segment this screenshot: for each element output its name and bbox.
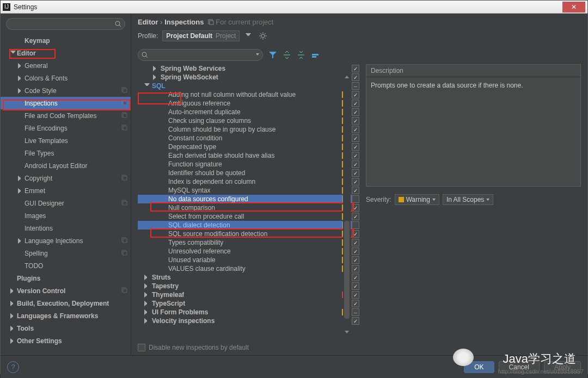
- inspection-checkbox[interactable]: [352, 308, 359, 316]
- sidebar-item-android-layout-editor[interactable]: Android Layout Editor: [1, 159, 131, 172]
- sidebar-item-plugins[interactable]: Plugins: [1, 272, 131, 284]
- inspection-item[interactable]: Types compatibility: [138, 238, 352, 247]
- inspection-checkbox[interactable]: [352, 169, 359, 177]
- expand-all-icon[interactable]: [283, 51, 291, 59]
- inspection-checkbox[interactable]: [352, 221, 359, 229]
- sidebar-item-colors-fonts[interactable]: Colors & Fonts: [1, 72, 131, 84]
- inspection-item[interactable]: VALUES clause cardinality: [138, 264, 352, 273]
- disable-new-inspections-checkbox[interactable]: [138, 344, 145, 351]
- sidebar-item-version-control[interactable]: Version Control: [1, 284, 131, 297]
- inspection-checkbox[interactable]: [352, 230, 359, 238]
- inspection-item[interactable]: Index is dependent on column: [138, 177, 352, 186]
- sidebar-item-live-templates[interactable]: Live Templates: [1, 134, 131, 147]
- sidebar-item-file-types[interactable]: File Types: [1, 147, 131, 159]
- inspection-checkbox[interactable]: [352, 100, 359, 107]
- inspection-checkbox[interactable]: [352, 239, 359, 246]
- scope-select[interactable]: In All Scopes: [443, 194, 493, 205]
- inspection-checkbox[interactable]: [352, 178, 359, 185]
- inspection-item[interactable]: Auto-increment duplicate: [138, 108, 352, 116]
- inspection-item[interactable]: Velocity inspections: [138, 317, 352, 325]
- inspection-checkbox[interactable]: [352, 82, 359, 90]
- inspection-checkbox[interactable]: [352, 73, 359, 81]
- sidebar-item-languages-frameworks[interactable]: Languages & Frameworks: [1, 309, 131, 322]
- sidebar-item-gui-designer[interactable]: GUI Designer: [1, 197, 131, 209]
- profile-select[interactable]: Project DefaultProject: [162, 30, 240, 41]
- inspection-checkbox[interactable]: [352, 274, 359, 281]
- inspection-item[interactable]: Ambiguous reference: [138, 99, 352, 108]
- inspection-checkbox[interactable]: [352, 65, 359, 72]
- inspection-checkbox[interactable]: [352, 160, 359, 168]
- inspection-item[interactable]: Unresolved reference: [138, 247, 352, 256]
- inspection-item[interactable]: Tapestry: [138, 282, 352, 290]
- inspection-checkbox[interactable]: [352, 134, 359, 142]
- inspection-checkbox[interactable]: [352, 204, 359, 212]
- sidebar-item-intentions[interactable]: Intentions: [1, 222, 131, 234]
- inspection-item[interactable]: MySQL syntax: [138, 186, 352, 195]
- inspection-checkbox[interactable]: [352, 91, 359, 98]
- inspection-checkbox[interactable]: [352, 195, 359, 203]
- sidebar-item-todo[interactable]: TODO: [1, 259, 131, 272]
- inspection-checkbox[interactable]: [352, 108, 359, 116]
- sidebar-item-build-execution-deployment[interactable]: Build, Execution, Deployment: [1, 297, 131, 309]
- inspection-checkbox[interactable]: [352, 247, 359, 255]
- inspection-checkbox[interactable]: [352, 317, 359, 325]
- inspection-checkbox[interactable]: [352, 126, 359, 133]
- help-button[interactable]: ?: [7, 361, 19, 373]
- sidebar-item-keymap[interactable]: Keymap: [1, 34, 131, 47]
- inspection-item[interactable]: UI Form Problems: [138, 308, 352, 317]
- sidebar-item-file-encodings[interactable]: File Encodings: [1, 122, 131, 134]
- sidebar-item-other-settings[interactable]: Other Settings: [1, 334, 131, 347]
- inspection-item[interactable]: SQL source modification detection: [138, 230, 352, 238]
- sidebar-search-input[interactable]: [6, 18, 125, 30]
- inspection-item[interactable]: Each derived table should have alias: [138, 151, 352, 160]
- sidebar-item-file-and-code-templates[interactable]: File and Code Templates: [1, 109, 131, 122]
- inspection-item[interactable]: Select from procedure call: [138, 212, 352, 221]
- inspection-item[interactable]: Null comparison: [138, 203, 352, 212]
- sidebar-item-language-injections[interactable]: Language Injections: [1, 234, 131, 247]
- inspection-item[interactable]: TypeScript: [138, 299, 352, 308]
- inspection-checkbox[interactable]: [352, 187, 359, 194]
- inspection-item[interactable]: Spring Web Services: [138, 64, 352, 73]
- collapse-all-icon[interactable]: [297, 51, 305, 59]
- sidebar-item-editor[interactable]: Editor: [1, 47, 131, 59]
- inspection-item[interactable]: SQL: [138, 82, 352, 90]
- profile-dropdown-button[interactable]: [244, 31, 254, 41]
- inspection-checkbox[interactable]: [352, 282, 359, 290]
- sidebar-item-emmet[interactable]: Emmet: [1, 184, 131, 197]
- sidebar-item-general[interactable]: General: [1, 59, 131, 72]
- sidebar-item-spelling[interactable]: Spelling: [1, 247, 131, 259]
- inspection-checkbox[interactable]: [352, 143, 359, 151]
- inspections-scrollbar[interactable]: [343, 74, 351, 335]
- sidebar-item-tools[interactable]: Tools: [1, 322, 131, 334]
- inspection-item[interactable]: Constant condition: [138, 134, 352, 142]
- inspection-checkbox[interactable]: [352, 291, 359, 299]
- inspection-item[interactable]: Function signature: [138, 160, 352, 169]
- inspection-checkbox[interactable]: [352, 117, 359, 125]
- inspection-item[interactable]: SQL dialect detection: [138, 221, 352, 230]
- inspection-checkbox[interactable]: [352, 152, 359, 159]
- inspection-checkbox[interactable]: [352, 256, 359, 264]
- close-button[interactable]: ✕: [562, 2, 585, 13]
- inspection-item[interactable]: Check using clause columns: [138, 116, 352, 125]
- inspection-item[interactable]: Thymeleaf: [138, 290, 352, 299]
- gear-icon[interactable]: [258, 31, 268, 41]
- sidebar-item-inspections[interactable]: Inspections: [1, 97, 131, 109]
- inspection-item[interactable]: Spring WebSocket: [138, 73, 352, 82]
- inspection-item[interactable]: No data sources configured: [138, 195, 352, 203]
- inspection-checkbox[interactable]: [352, 213, 359, 220]
- inspection-item[interactable]: Deprecated type: [138, 142, 352, 151]
- inspection-item[interactable]: Identifier should be quoted: [138, 169, 352, 177]
- sidebar-item-copyright[interactable]: Copyright: [1, 172, 131, 184]
- inspection-checkbox[interactable]: [352, 300, 359, 307]
- sidebar-item-images[interactable]: Images: [1, 209, 131, 222]
- filter-icon[interactable]: [268, 51, 277, 59]
- reset-icon[interactable]: [311, 51, 320, 59]
- inspection-checkbox[interactable]: [352, 265, 359, 272]
- inspection-item[interactable]: Unused variable: [138, 256, 352, 264]
- inspection-item[interactable]: Column should be in group by clause: [138, 125, 352, 134]
- severity-select[interactable]: Warning: [395, 194, 439, 205]
- sidebar-item-code-style[interactable]: Code Style: [1, 84, 131, 97]
- inspections-search-input[interactable]: [138, 49, 263, 61]
- titlebar[interactable]: IJ Settings ✕: [1, 1, 587, 14]
- inspection-item[interactable]: Struts: [138, 273, 352, 282]
